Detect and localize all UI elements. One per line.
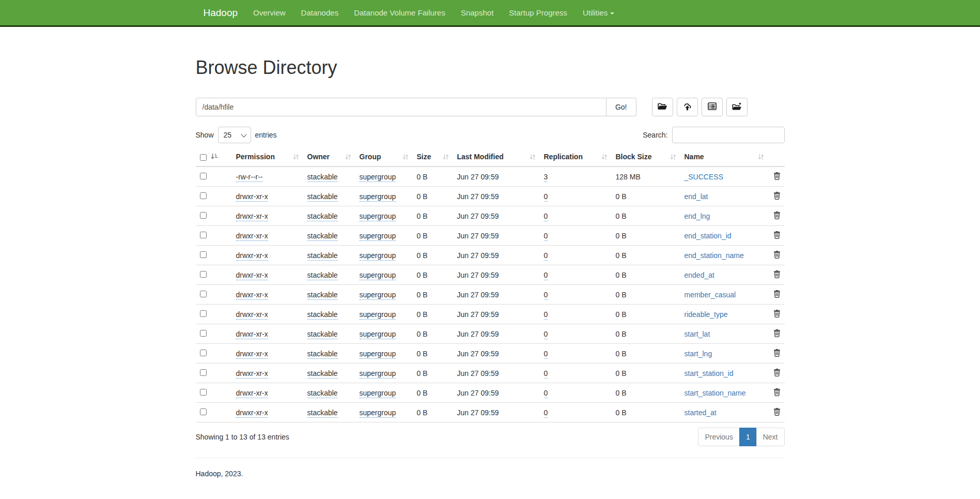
permission-value[interactable]: drwxr-xr-x [236,271,268,280]
permission-value[interactable]: drwxr-xr-x [236,232,268,241]
delete-button[interactable] [773,250,781,259]
permission-value[interactable]: drwxr-xr-x [236,251,268,261]
file-link[interactable]: rideable_type [685,310,728,319]
file-link[interactable]: start_lat [685,330,710,338]
permission-value[interactable]: drwxr-xr-x [236,330,268,339]
group-value[interactable]: supergroup [360,173,396,182]
owner-value[interactable]: stackable [307,232,338,241]
directory-path-input[interactable] [196,98,606,116]
file-link[interactable]: end_lat [685,192,708,201]
folder-action-button[interactable] [726,98,748,116]
select-all-checkbox[interactable] [200,154,207,161]
owner-value[interactable]: stackable [307,350,338,359]
row-checkbox[interactable] [200,369,207,376]
replication-value[interactable]: 0 [544,192,548,202]
nav-link-datanodes[interactable]: Datanodes [293,0,347,26]
owner-value[interactable]: stackable [307,271,338,280]
group-value[interactable]: supergroup [360,232,396,241]
row-checkbox[interactable] [200,330,207,337]
file-link[interactable]: end_lng [685,212,710,220]
group-value[interactable]: supergroup [360,291,396,300]
replication-value[interactable]: 0 [544,350,548,359]
row-checkbox[interactable] [200,291,207,297]
owner-value[interactable]: stackable [307,291,338,300]
owner-value[interactable]: stackable [307,330,338,339]
owner-value[interactable]: stackable [307,251,338,261]
delete-button[interactable] [773,172,781,180]
go-button[interactable]: Go! [606,98,636,116]
column-header-group[interactable]: Group [355,148,413,167]
permission-value[interactable]: drwxr-xr-x [236,192,268,202]
delete-button[interactable] [773,368,781,376]
group-value[interactable]: supergroup [360,192,396,202]
row-checkbox[interactable] [200,271,207,278]
page-1-button[interactable]: 1 [739,428,757,446]
cut-paste-button[interactable] [702,98,723,116]
replication-value[interactable]: 0 [544,409,548,418]
replication-value[interactable]: 0 [544,271,548,280]
nav-link-utilities-dropdown[interactable]: Utilities [575,0,622,26]
row-checkbox[interactable] [200,310,207,317]
owner-value[interactable]: stackable [307,173,338,182]
column-header-last-modified[interactable]: Last Modified [453,148,540,167]
nav-link-snapshot[interactable]: Snapshot [453,0,501,26]
permission-value[interactable]: drwxr-xr-x [236,350,268,359]
permission-value[interactable]: drwxr-xr-x [236,212,268,221]
replication-value[interactable]: 0 [544,212,548,221]
permission-value[interactable]: -rw-r--r-- [236,173,263,182]
replication-value[interactable]: 0 [544,291,548,300]
column-header-replication[interactable]: Replication [540,148,612,167]
create-directory-button[interactable] [652,98,673,116]
nav-link-overview[interactable]: Overview [245,0,293,26]
column-header-size[interactable]: Size [413,148,453,167]
delete-button[interactable] [773,290,781,298]
column-header-select-all[interactable] [196,148,232,167]
replication-value[interactable]: 0 [544,232,548,241]
file-link[interactable]: end_station_name [685,251,744,260]
row-checkbox[interactable] [200,192,207,199]
permission-value[interactable]: drwxr-xr-x [236,369,268,379]
file-link[interactable]: ended_at [685,271,714,279]
group-value[interactable]: supergroup [360,310,396,320]
owner-value[interactable]: stackable [307,310,338,320]
replication-value[interactable]: 3 [544,173,548,182]
group-value[interactable]: supergroup [360,212,396,221]
owner-value[interactable]: stackable [307,192,338,202]
replication-value[interactable]: 0 [544,251,548,261]
page-length-select[interactable]: 25 [218,127,251,143]
navbar-brand[interactable]: Hadoop [196,0,246,26]
group-value[interactable]: supergroup [360,350,396,359]
row-checkbox[interactable] [200,251,207,258]
column-header-block-size[interactable]: Block Size [612,148,680,167]
group-value[interactable]: supergroup [360,251,396,261]
group-value[interactable]: supergroup [360,409,396,418]
group-value[interactable]: supergroup [360,369,396,379]
delete-button[interactable] [773,329,781,337]
nav-link-datanode-volume-failures[interactable]: Datanode Volume Failures [346,0,453,26]
file-link[interactable]: started_at [685,409,717,417]
owner-value[interactable]: stackable [307,409,338,418]
owner-value[interactable]: stackable [307,212,338,221]
delete-button[interactable] [773,309,781,317]
delete-button[interactable] [773,388,781,396]
group-value[interactable]: supergroup [360,389,396,398]
upload-files-button[interactable] [677,98,698,116]
file-link[interactable]: start_lng [685,350,712,358]
column-header-permission[interactable]: Permission [232,148,303,167]
replication-value[interactable]: 0 [544,389,548,398]
delete-button[interactable] [773,211,781,219]
permission-value[interactable]: drwxr-xr-x [236,389,268,398]
owner-value[interactable]: stackable [307,369,338,379]
replication-value[interactable]: 0 [544,369,548,379]
delete-button[interactable] [773,191,781,200]
row-checkbox[interactable] [200,350,207,356]
permission-value[interactable]: drwxr-xr-x [236,291,268,300]
delete-button[interactable] [773,270,781,278]
permission-value[interactable]: drwxr-xr-x [236,310,268,320]
previous-page-button[interactable]: Previous [698,428,739,446]
row-checkbox[interactable] [200,212,207,219]
row-checkbox[interactable] [200,232,207,238]
delete-button[interactable] [773,231,781,239]
replication-value[interactable]: 0 [544,310,548,320]
group-value[interactable]: supergroup [360,271,396,280]
